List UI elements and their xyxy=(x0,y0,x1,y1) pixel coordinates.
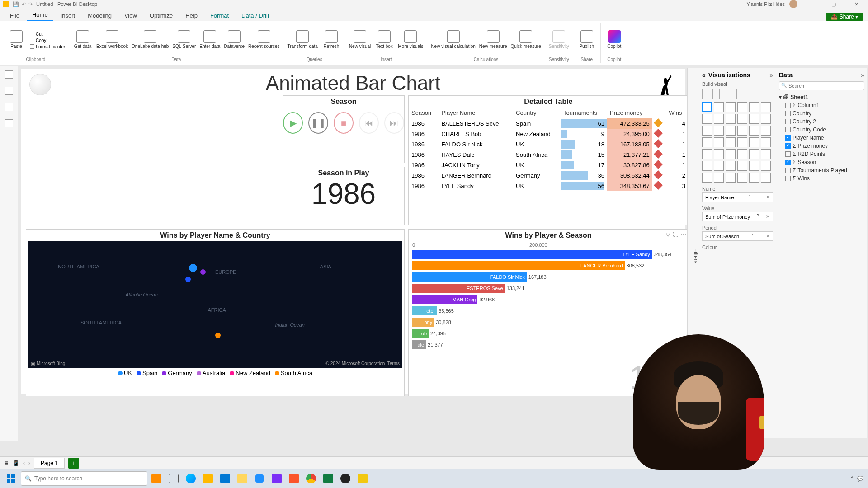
tab-modeling[interactable]: Modeling xyxy=(82,10,117,21)
tab-optimize[interactable]: Optimize xyxy=(144,10,178,21)
next-button[interactable]: ⏭ xyxy=(384,112,404,134)
dataverse-button[interactable]: Dataverse xyxy=(224,30,245,49)
tray-notification-icon[interactable]: 💬 xyxy=(857,476,863,482)
task-obs[interactable] xyxy=(337,471,354,486)
enter-data-button[interactable]: Enter data xyxy=(199,30,220,49)
col-player[interactable]: Player Name xyxy=(439,108,513,118)
legend-item[interactable]: New Zealand xyxy=(230,370,270,376)
recent-button[interactable]: Recent sources xyxy=(248,30,279,49)
system-tray[interactable]: ˄ 💬 xyxy=(851,476,866,482)
more-visuals-button[interactable]: More visuals xyxy=(398,30,423,49)
map-visual[interactable]: NORTH AMERICA EUROPE ASIA AFRICA SOUTH A… xyxy=(28,241,402,368)
data-expand-icon[interactable]: » xyxy=(861,71,864,79)
task-view-icon[interactable] xyxy=(165,471,182,486)
report-canvas[interactable]: Animated Bar Chart Wins by Player & Seas… xyxy=(21,69,685,394)
viz-type-icon[interactable] xyxy=(737,149,747,159)
viz-type-icon[interactable] xyxy=(749,161,759,171)
expand-icon[interactable]: » xyxy=(769,71,773,79)
field-row[interactable]: Σ Column1 xyxy=(779,101,864,109)
prize-bar-row[interactable]: ony 30,828 xyxy=(412,317,684,328)
field-row[interactable]: Σ R2D Points xyxy=(779,150,864,158)
detailed-table[interactable]: Season Player Name Country Tournaments P… xyxy=(409,108,688,191)
new-calc-button[interactable]: New visual calculation xyxy=(431,30,475,49)
tab-view[interactable]: View xyxy=(119,10,142,21)
table-row[interactable]: 1986 LANGER Bernhard Germany 36 308,532.… xyxy=(409,170,688,181)
field-checkbox[interactable] xyxy=(785,143,791,149)
collapse-icon[interactable]: « xyxy=(702,71,706,79)
legend-item[interactable]: Spain xyxy=(137,370,157,376)
viz-type-icon[interactable] xyxy=(702,126,712,136)
viz-type-icon[interactable] xyxy=(737,126,747,136)
prize-bar-row[interactable]: FALDO Sir Nick 167,183 xyxy=(412,272,684,282)
remove-name-icon[interactable]: ✕ xyxy=(766,194,770,200)
viz-type-icon[interactable] xyxy=(702,137,712,147)
table-row[interactable]: 1986 HAYES Dale South Africa 15 21,377.2… xyxy=(409,150,688,160)
prize-bar-row[interactable]: MAN Greg 92,968 xyxy=(412,294,684,305)
user-name[interactable]: Yiannis Pitsillides xyxy=(746,1,785,7)
cut-button[interactable]: Cut xyxy=(30,32,65,37)
viz-type-icon[interactable] xyxy=(761,137,771,147)
task-edge[interactable] xyxy=(251,471,268,486)
viz-type-icon[interactable] xyxy=(726,161,736,171)
transform-button[interactable]: Transform data xyxy=(287,30,317,49)
viz-type-icon[interactable] xyxy=(714,126,724,136)
viz-type-icon[interactable] xyxy=(726,126,736,136)
prize-bar-row[interactable]: ESTEROS Seve 133,241 xyxy=(412,283,684,294)
field-checkbox[interactable] xyxy=(785,103,791,108)
field-row[interactable]: Σ Wins xyxy=(779,174,864,183)
more-icon[interactable]: ⋯ xyxy=(681,231,686,238)
next-page-icon[interactable]: › xyxy=(28,460,30,466)
viz-type-icon[interactable] xyxy=(726,149,736,159)
field-row[interactable]: Country xyxy=(779,109,864,117)
terms-link[interactable]: Terms xyxy=(387,361,400,366)
table-row[interactable]: 1986 BALLESTEROS Seve Spain 61 472,333.2… xyxy=(409,118,688,129)
map-dot-germany[interactable] xyxy=(200,269,206,275)
play-button[interactable]: ▶ xyxy=(283,112,303,134)
viz-type-icon[interactable] xyxy=(761,173,771,183)
focus-icon[interactable]: ⛶ xyxy=(673,231,678,238)
taskbar-search[interactable]: 🔍 Type here to search xyxy=(21,471,147,486)
viz-type-icon[interactable] xyxy=(714,161,724,171)
field-name-well[interactable]: Player Name˅✕ xyxy=(702,192,773,202)
viz-type-icon[interactable] xyxy=(749,126,759,136)
pause-button[interactable]: ❚❚ xyxy=(308,112,328,134)
tab-datadrill[interactable]: Data / Drill xyxy=(236,10,274,21)
tab-file[interactable]: File xyxy=(5,10,25,21)
desktop-layout-icon[interactable]: 🖥 xyxy=(4,460,9,466)
field-checkbox[interactable] xyxy=(785,111,791,116)
stop-button[interactable]: ■ xyxy=(334,112,354,134)
legend-item[interactable]: UK xyxy=(118,370,132,376)
maximize-button[interactable]: ▢ xyxy=(825,1,843,7)
format-painter-button[interactable]: Format painter xyxy=(30,44,65,49)
legend-item[interactable]: Australia xyxy=(197,370,226,376)
field-checkbox[interactable] xyxy=(785,119,791,124)
field-row[interactable]: Σ Prize money xyxy=(779,142,864,150)
filter-icon[interactable]: ▽ xyxy=(666,231,670,238)
text-box-button[interactable]: Text box xyxy=(374,30,394,49)
viz-type-icon[interactable] xyxy=(737,173,747,183)
viz-type-icon[interactable] xyxy=(761,102,771,112)
field-value-well[interactable]: Sum of Prize money˅✕ xyxy=(702,212,773,221)
viz-type-icon[interactable] xyxy=(726,173,736,183)
redo-icon[interactable]: ↷ xyxy=(28,1,33,7)
add-page-button[interactable]: + xyxy=(68,458,79,469)
task-store[interactable] xyxy=(200,471,216,486)
tray-chevron-icon[interactable]: ˄ xyxy=(851,476,854,482)
legend-item[interactable]: Germany xyxy=(162,370,192,376)
remove-period-icon[interactable]: ✕ xyxy=(766,233,770,239)
prize-bar-row[interactable]: ale 21,377 xyxy=(412,339,684,350)
paste-button[interactable]: Paste xyxy=(6,30,26,49)
prev-button[interactable]: ⏮ xyxy=(359,112,379,134)
table-node[interactable]: ▾ 🗊 Sheet1 xyxy=(779,93,864,101)
task-explorer[interactable] xyxy=(234,471,250,486)
excel-button[interactable]: Excel workbook xyxy=(96,30,128,49)
task-chrome[interactable] xyxy=(303,471,319,486)
viz-type-icon[interactable] xyxy=(714,173,724,183)
build-tab-icon[interactable] xyxy=(702,89,713,99)
report-view-icon[interactable] xyxy=(5,70,13,79)
viz-type-icon[interactable] xyxy=(749,173,759,183)
tab-insert[interactable]: Insert xyxy=(55,10,81,21)
viz-type-icon[interactable] xyxy=(702,173,712,183)
legend-item[interactable]: South Africa xyxy=(275,370,312,376)
col-wins[interactable]: Wins xyxy=(666,108,688,118)
